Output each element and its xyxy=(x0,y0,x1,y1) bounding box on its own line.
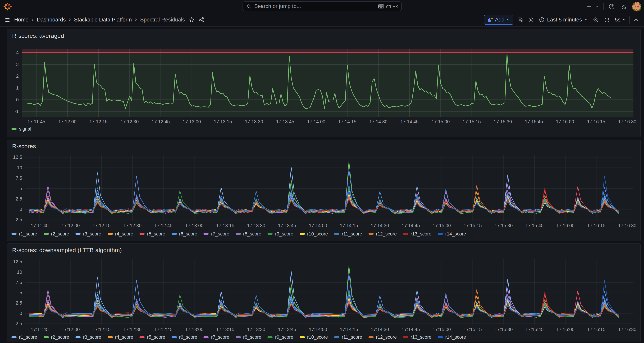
x-tick-label: 17:15:15 xyxy=(462,119,481,124)
x-tick-label: 17:12:15 xyxy=(90,119,108,124)
new-button[interactable] xyxy=(584,2,594,11)
legend-label: r12_score xyxy=(376,231,397,236)
legend-swatch xyxy=(268,336,273,338)
chevron-down-icon xyxy=(622,18,626,22)
help-button[interactable] xyxy=(607,2,616,11)
y-tick-label: 4 xyxy=(16,50,19,55)
search-input[interactable]: Search or jump to... ctrl+k xyxy=(242,2,402,11)
legend-item-r10_score[interactable]: r10_score xyxy=(300,334,328,340)
legend-item-signal[interactable]: signal xyxy=(12,126,31,132)
series-r14_score xyxy=(30,280,619,317)
legend-swatch xyxy=(403,233,408,235)
legend-label: r9_score xyxy=(275,334,293,340)
legend-item-r5_score[interactable]: r5_score xyxy=(140,334,165,340)
legend-label: r1_score xyxy=(19,231,37,236)
user-avatar[interactable] xyxy=(632,2,641,11)
legend-item-r9_score[interactable]: r9_score xyxy=(268,231,293,236)
x-tick-label: 17:12:15 xyxy=(92,223,110,228)
x-tick-label: 17:12:00 xyxy=(58,119,76,124)
breadcrumb-folder[interactable]: Stackable Data Platform xyxy=(72,17,134,23)
legend-item-r3_score[interactable]: r3_score xyxy=(76,334,101,340)
legend-label: r14_score xyxy=(445,231,466,236)
legend-item-r11_score[interactable]: r11_score xyxy=(334,334,362,340)
panel-title[interactable]: R-scores: averaged xyxy=(12,33,64,40)
collapse-toolbar-button[interactable] xyxy=(632,15,640,24)
refresh-button[interactable] xyxy=(602,15,611,24)
timeseries-chart-averaged[interactable]: -10123417:11:4517:12:0017:12:1517:12:301… xyxy=(10,49,638,126)
timeseries-chart-lttb[interactable]: -2.502.557.51012.517:11:4517:12:0017:12:… xyxy=(10,259,638,333)
grafana-logo[interactable] xyxy=(3,2,12,11)
y-tick-label: 2 xyxy=(16,74,19,79)
series-r6_score xyxy=(30,273,619,316)
top-bar: Search or jump to... ctrl+k xyxy=(0,0,644,14)
search-placeholder: Search or jump to... xyxy=(254,3,378,9)
toolbar-divider xyxy=(629,16,630,24)
legend-item-r14_score[interactable]: r14_score xyxy=(438,334,466,340)
timeseries-chart-r-scores[interactable]: -2.502.557.51012.517:11:4517:12:0017:12:… xyxy=(10,155,638,230)
x-tick-label: 17:13:45 xyxy=(276,119,294,124)
legend-label: r3_score xyxy=(83,231,101,236)
news-button[interactable] xyxy=(620,2,628,11)
legend-item-r13_score[interactable]: r13_score xyxy=(403,334,432,340)
share-button[interactable] xyxy=(197,15,206,24)
legend-item-r1_score[interactable]: r1_score xyxy=(12,231,37,236)
add-button[interactable]: Add xyxy=(484,15,514,25)
legend-item-r11_score[interactable]: r11_score xyxy=(334,231,362,236)
legend-item-r12_score[interactable]: r12_score xyxy=(368,334,397,340)
legend-item-r8_score[interactable]: r8_score xyxy=(236,334,261,340)
x-tick-label: 17:15:45 xyxy=(525,119,543,124)
legend-item-r6_score[interactable]: r6_score xyxy=(172,231,197,236)
refresh-interval-picker[interactable]: 5s xyxy=(614,17,627,23)
legend-swatch xyxy=(334,336,340,338)
chevron-down-icon xyxy=(507,18,510,22)
legend-item-r7_score[interactable]: r7_score xyxy=(204,231,229,236)
panel-r-scores-downsampled: R-scores: downsampled (LTTB algorithm) -… xyxy=(7,243,641,342)
y-tick-label: 10 xyxy=(17,165,22,170)
legend-swatch xyxy=(236,233,240,235)
breadcrumb-dashboards[interactable]: Dashboards xyxy=(35,17,68,23)
legend-label: r6_score xyxy=(179,334,197,340)
zoom-out-button[interactable] xyxy=(591,15,600,24)
save-dashboard-button[interactable] xyxy=(516,15,525,24)
legend-item-r3_score[interactable]: r3_score xyxy=(76,231,101,236)
time-range-picker[interactable]: Last 5 minutes xyxy=(538,17,589,23)
x-tick-label: 17:15:00 xyxy=(432,119,450,124)
legend-item-r4_score[interactable]: r4_score xyxy=(108,231,133,236)
legend-item-r2_score[interactable]: r2_score xyxy=(44,334,69,340)
panel-title[interactable]: R-scores xyxy=(12,143,36,150)
top-bar-actions xyxy=(584,0,641,13)
x-tick-label: 17:15:45 xyxy=(525,223,544,228)
x-tick-label: 17:14:00 xyxy=(307,119,325,124)
legend-item-r8_score[interactable]: r8_score xyxy=(236,231,261,236)
legend-label: r7_score xyxy=(211,334,229,340)
series-r1_score xyxy=(30,173,619,213)
legend-item-r4_score[interactable]: r4_score xyxy=(108,334,133,340)
legend-item-r7_score[interactable]: r7_score xyxy=(204,334,229,340)
chevron-right-icon xyxy=(68,18,72,22)
favorite-button[interactable] xyxy=(187,15,196,24)
legend-item-r12_score[interactable]: r12_score xyxy=(368,231,397,236)
legend-item-r1_score[interactable]: r1_score xyxy=(12,334,37,340)
legend-swatch xyxy=(403,336,408,338)
breadcrumb-current-dashboard: Spectral Residuals xyxy=(138,17,186,23)
legend-label: r12_score xyxy=(376,334,397,340)
legend-item-r9_score[interactable]: r9_score xyxy=(268,334,293,340)
breadcrumb-home[interactable]: Home xyxy=(12,17,30,23)
legend-item-r6_score[interactable]: r6_score xyxy=(172,334,197,340)
legend-item-r13_score[interactable]: r13_score xyxy=(403,231,432,236)
series-r11_score xyxy=(30,289,619,316)
legend-item-r2_score[interactable]: r2_score xyxy=(44,231,69,236)
dashboard-settings-button[interactable] xyxy=(527,15,536,24)
legend-swatch xyxy=(204,336,208,338)
chart-svg: -10123417:11:4517:12:0017:12:1517:12:301… xyxy=(10,49,638,126)
new-dropdown-caret[interactable] xyxy=(594,2,600,11)
panel-title[interactable]: R-scores: downsampled (LTTB algorithm) xyxy=(12,247,122,254)
mega-menu-button[interactable] xyxy=(3,15,12,24)
legend-swatch xyxy=(368,336,374,338)
legend-item-r5_score[interactable]: r5_score xyxy=(140,231,165,236)
x-tick-label: 17:15:00 xyxy=(432,223,451,228)
legend-item-r10_score[interactable]: r10_score xyxy=(300,231,328,236)
legend-label: r2_score xyxy=(51,334,69,340)
legend-item-r14_score[interactable]: r14_score xyxy=(438,231,466,236)
x-tick-label: 17:11:45 xyxy=(31,223,48,228)
